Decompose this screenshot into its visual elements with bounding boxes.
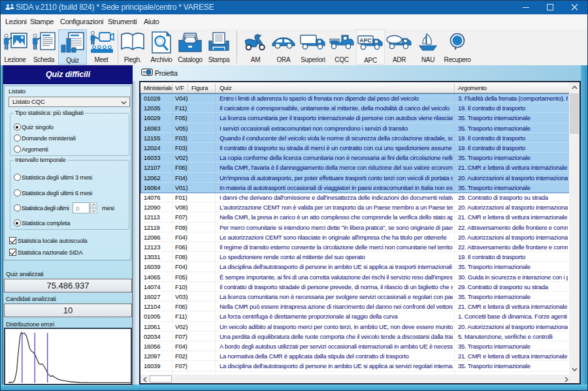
svg-text:APC: APC bbox=[359, 37, 372, 44]
